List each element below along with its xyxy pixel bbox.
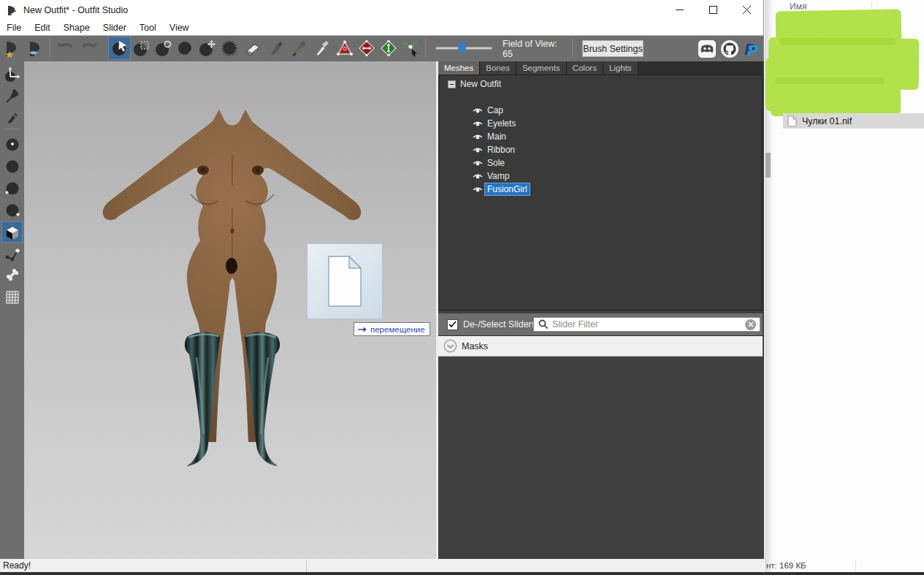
status-text: Ready! [3,560,31,571]
brush-settings-button[interactable]: Brush Settings [582,40,644,57]
pin-mask-button[interactable] [2,86,22,106]
floor-grid-button[interactable] [2,286,22,306]
light-center-button[interactable] [2,134,22,154]
transform-tool-button[interactable] [2,64,22,84]
edit-bone-button[interactable] [400,37,421,59]
viewport-3d[interactable]: перемещение [24,61,436,559]
color-brush-button[interactable] [287,37,308,59]
tree-item-vamp[interactable]: Vamp [439,170,511,183]
edit-pencil-button[interactable] [2,107,22,127]
collapse-vertex-button[interactable] [334,37,355,59]
menu-tool[interactable]: Tool [133,21,163,34]
title-bar[interactable]: New Outfit* - Outfit Studio [0,0,763,20]
tab-meshes[interactable]: Meshes [438,61,480,75]
tree-item-fusiongirl[interactable]: FusionGirl [439,183,530,196]
tree-item-eyelets[interactable]: Eyelets [439,117,518,130]
vertex-view-button[interactable] [2,244,22,264]
menu-shape[interactable]: Shape [57,21,96,34]
explorer-status-divider [855,560,856,572]
toolbar-separator [572,39,573,58]
select-tool-button[interactable] [109,37,130,59]
scrollbar-thumb[interactable] [765,153,771,178]
masks-section-header[interactable]: Masks [438,335,763,357]
drag-tooltip-text: перемещение [370,325,425,334]
move-brush-button[interactable] [196,37,218,59]
search-icon [538,319,549,330]
tree-item-main[interactable]: Main [439,130,508,143]
eye-icon[interactable] [473,107,483,115]
light-plain-button[interactable] [2,156,22,176]
tree-item-label: Eyelets [485,118,518,129]
new-project-button[interactable] [1,37,23,59]
textured-view-button[interactable] [2,222,22,242]
bone-view-button[interactable] [2,264,22,284]
slider-filter-input[interactable] [552,319,745,330]
toolbar-separator [50,39,50,58]
undo-button[interactable] [56,37,77,59]
menu-edit[interactable]: Edit [28,21,57,34]
eraser-brush-button[interactable] [242,37,263,59]
eye-icon[interactable] [473,159,483,167]
tab-colors[interactable]: Colors [567,61,603,75]
file-row[interactable]: Чулки 01.nif [783,113,924,129]
taskbar-edge [0,572,924,575]
tree-item-label: Main [485,131,508,142]
mask-brush-button[interactable] [131,37,152,59]
menu-view[interactable]: View [163,21,196,34]
alpha-brush-button[interactable] [310,37,332,59]
highlight-scribble [775,77,885,84]
slider-controls-bar: De-/Select Sliders [438,313,763,335]
menu-file[interactable]: File [0,21,28,34]
maximize-button[interactable] [696,0,730,20]
inflate-brush-button[interactable] [153,37,174,59]
tree-item-sole[interactable]: Sole [439,156,507,170]
drag-ghost-file [307,243,383,319]
toolbar-separator [425,39,426,58]
close-icon [748,321,754,327]
file-icon [787,115,797,127]
tree-item-cap[interactable]: Cap [439,104,505,117]
tab-lights[interactable]: Lights [603,61,638,75]
meshes-tree: New Outfit Cap Eyelets Main [438,75,763,311]
github-button[interactable] [719,39,740,59]
eye-icon[interactable] [473,186,483,194]
deselect-sliders-checkbox[interactable] [447,319,458,330]
split-edge-button[interactable] [378,37,399,59]
tree-root[interactable]: New Outfit [439,77,501,91]
menu-slider[interactable]: Slider [96,21,133,34]
explorer-status-text: нт: 169 КБ [766,561,806,570]
right-panel: Meshes Bones Segments Colors Lights New … [436,61,764,559]
main-toolbar: Field of View: 65 Brush Settings PP [0,36,763,61]
paypal-button[interactable]: PP [741,39,762,59]
minimize-button[interactable] [663,0,696,20]
redo-button[interactable] [77,37,99,59]
tab-segments[interactable]: Segments [516,61,567,75]
load-project-button[interactable] [25,37,46,59]
view-toolbar [0,61,24,559]
tree-item-ribbon[interactable]: Ribbon [439,143,517,156]
eye-icon[interactable] [473,172,483,180]
collapse-icon[interactable] [448,80,456,88]
flip-edge-button[interactable] [356,37,377,59]
deselect-sliders-label: De-/Select Sliders [463,319,536,330]
light-left-button[interactable] [2,178,22,198]
deflate-brush-button[interactable] [175,37,196,59]
move-arrow-icon [357,326,367,333]
tree-item-label: FusionGirl [485,183,530,195]
eye-icon[interactable] [473,146,483,154]
tree-item-label: Vamp [485,170,511,182]
field-of-view-slider-handle[interactable] [458,42,466,55]
clear-filter-button[interactable] [745,319,756,330]
close-button[interactable] [730,0,763,20]
eye-icon[interactable] [473,133,483,141]
tab-bones[interactable]: Bones [480,61,516,75]
field-of-view-label: Field of View: 65 [503,36,568,61]
file-name: Чулки 01.nif [802,116,852,126]
light-right-button[interactable] [2,200,22,220]
weight-brush-button[interactable] [265,37,286,59]
discord-button[interactable] [697,39,717,59]
smooth-brush-button[interactable] [218,37,240,59]
status-bar-divider [306,560,307,571]
sliders-list-empty [438,357,763,559]
eye-icon[interactable] [473,120,483,128]
